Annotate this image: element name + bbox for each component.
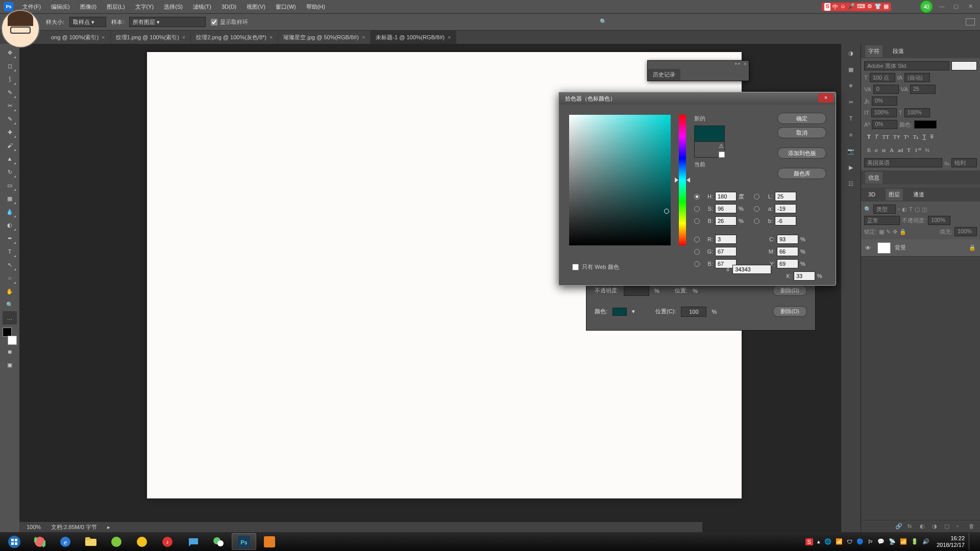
task-chat[interactable] [181, 533, 205, 550]
h-input[interactable] [715, 192, 737, 201]
r-input[interactable] [715, 235, 737, 244]
menu-filter[interactable]: 滤镜(T) [188, 3, 216, 11]
ot-a[interactable]: A [890, 147, 894, 154]
radio-g[interactable] [694, 249, 700, 255]
strip-styles-icon[interactable]: ✂ [845, 97, 856, 107]
minimize-button[interactable]: — [936, 3, 947, 10]
menu-3d[interactable]: 3D(D) [216, 4, 241, 10]
radio-a[interactable] [754, 206, 760, 212]
document-tab[interactable]: 璀璨星空.jpg @ 50%(RGB/8#)× [278, 31, 371, 44]
tray-vol-icon[interactable]: 🔊 [922, 538, 929, 545]
history-brush-tool[interactable]: ↻ [3, 165, 17, 179]
a-input[interactable] [775, 204, 796, 213]
lock-pixel-icon[interactable]: ✎ [886, 229, 891, 235]
lasso-tool[interactable]: ⟆ [3, 72, 17, 86]
font-family-select[interactable]: Adobe 黑体 Std [864, 61, 949, 70]
hex-input[interactable] [732, 265, 771, 274]
crop-tool[interactable]: ✂ [3, 99, 17, 112]
tab-3d[interactable]: 3D [865, 189, 878, 199]
s-input[interactable] [715, 204, 737, 213]
ot-sigma[interactable]: σ [875, 147, 878, 154]
marquee-tool[interactable]: ◻ [3, 59, 17, 72]
menu-view[interactable]: 视图(V) [241, 3, 271, 11]
g-input[interactable] [715, 247, 737, 256]
radio-r[interactable] [694, 237, 700, 242]
sample-layer-select[interactable]: 所有图层 ▾ [129, 17, 206, 27]
lab-b-input[interactable] [775, 216, 796, 226]
ok-button[interactable]: 确定 [777, 113, 826, 124]
grad-color-swatch[interactable] [612, 308, 627, 316]
tray-clock[interactable]: 16:22 2018/12/17 [934, 535, 965, 548]
menu-help[interactable]: 帮助(H) [301, 3, 330, 11]
document-tab[interactable]: 纹理1.png @ 100%(索引)× [111, 31, 191, 44]
menu-layer[interactable]: 图层(L) [102, 3, 130, 11]
ot-t[interactable]: T [907, 147, 911, 154]
tab-history[interactable]: 历史记录 [648, 69, 680, 81]
filter-icon[interactable]: 🔍 [864, 206, 871, 213]
background-color[interactable] [8, 336, 17, 345]
document-tab[interactable]: ong @ 100%(索引)× [46, 31, 111, 44]
tab-close-icon[interactable]: × [182, 34, 185, 40]
tray-shield-icon[interactable]: 🛡 [847, 539, 852, 545]
layer-row[interactable]: 👁 背景 🔒 [861, 239, 980, 257]
antialias-select[interactable]: 锐利 [951, 158, 977, 167]
tab-character[interactable]: 字符 [865, 45, 883, 57]
filter-adjust-icon[interactable]: ◐ [902, 206, 907, 213]
tab-close-icon[interactable]: × [270, 34, 273, 40]
y-input[interactable] [777, 259, 798, 268]
quickmask-tool[interactable]: ◙ [3, 345, 17, 358]
strike-button[interactable]: T [930, 134, 934, 140]
grad-location-input[interactable] [681, 307, 706, 317]
layer-name[interactable]: 背景 [895, 244, 906, 252]
path-select-tool[interactable]: ↖ [3, 258, 17, 271]
zoom-tool[interactable]: 🔍 [3, 298, 17, 311]
vscale-input[interactable]: 0% [872, 96, 897, 106]
brush-tool[interactable]: 🖌 [3, 139, 17, 152]
screenmode-tool[interactable]: ▣ [3, 358, 17, 371]
tray-net-icon[interactable]: 📡 [889, 538, 896, 545]
shape-tool[interactable]: ○ [3, 271, 17, 285]
ot-st[interactable]: st [882, 147, 886, 154]
strip-text-icon[interactable]: T [845, 113, 856, 123]
subscript-button[interactable]: T₁ [913, 134, 919, 140]
lock-trans-icon[interactable]: ▦ [879, 229, 884, 235]
radio-h[interactable] [694, 194, 700, 199]
radio-l[interactable] [754, 194, 760, 199]
websafe-icon[interactable] [719, 152, 725, 158]
quick-select-tool[interactable]: ✎ [3, 86, 17, 99]
visibility-icon[interactable]: 👁 [865, 245, 873, 251]
tray-sig-icon[interactable]: 📶 [900, 538, 907, 545]
move-tool[interactable]: ✥ [3, 46, 17, 59]
smallcaps-button[interactable]: Tᴛ [893, 134, 900, 140]
l-input[interactable] [775, 192, 796, 201]
show-sampling-ring-checkbox[interactable]: 显示取样环 [211, 18, 248, 26]
new-layer-icon[interactable]: ▫ [957, 523, 964, 530]
underline-button[interactable]: T [922, 134, 926, 140]
tab-info[interactable]: 信息 [865, 172, 883, 184]
tab-close-icon[interactable]: × [362, 34, 365, 40]
group-icon[interactable]: ▢ [944, 523, 951, 530]
task-app-orange[interactable] [257, 533, 282, 550]
fx-icon[interactable]: fx [908, 523, 915, 530]
tab-close-icon[interactable]: × [448, 34, 451, 40]
menu-type[interactable]: 文字(Y) [130, 3, 159, 11]
blend-mode-select[interactable]: 正常 [864, 216, 900, 225]
tray-flag-icon[interactable]: 🏳 [868, 539, 873, 545]
task-photoshop[interactable]: Ps [232, 533, 256, 550]
tray-chevron-icon[interactable]: ▴ [817, 538, 820, 545]
language-select[interactable]: 美国英语 [864, 158, 942, 167]
show-desktop-button[interactable] [969, 533, 974, 550]
fill-adj-icon[interactable]: ◑ [932, 523, 939, 530]
color-swatches[interactable] [3, 328, 17, 345]
superscript-button[interactable]: T¹ [904, 134, 909, 140]
eraser-tool[interactable]: ▭ [3, 179, 17, 192]
maximize-button[interactable]: ▢ [950, 3, 962, 10]
saturation-brightness-field[interactable] [569, 115, 671, 245]
document-tab[interactable]: 未标题-1 @ 100%(RGB/8#)× [371, 31, 456, 44]
dialog-close-button[interactable]: × [818, 93, 834, 103]
k-input[interactable] [794, 271, 815, 281]
height-input[interactable]: 100% [871, 108, 897, 117]
tray-globe-icon[interactable]: 🌐 [824, 538, 831, 545]
leading-input[interactable]: (自动) [904, 73, 930, 82]
document-tab[interactable]: 纹理2.png @ 100%(灰色/8*)× [191, 31, 278, 44]
